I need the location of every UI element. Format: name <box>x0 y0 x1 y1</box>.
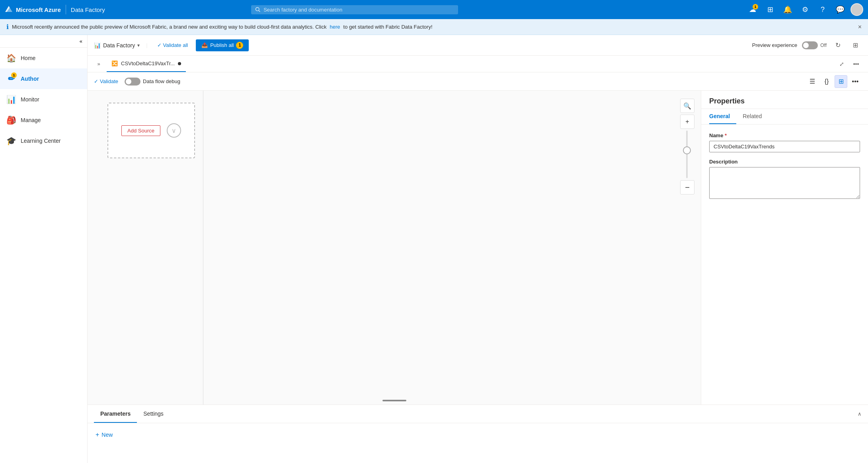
list-view-button[interactable]: ☰ <box>806 75 819 88</box>
flow-container: Add Source ∨ 🔍 + − P <box>88 91 868 405</box>
user-avatar[interactable] <box>850 3 863 16</box>
description-textarea[interactable] <box>709 167 860 199</box>
validate-all-button[interactable]: ✓ Validate all <box>154 41 191 50</box>
preview-toggle[interactable]: Off <box>802 41 827 49</box>
debug-toggle-track[interactable] <box>125 78 140 86</box>
main-toolbar: 📊 Data Factory ▾ | ✓ Validate all 📤 Publ… <box>88 35 868 56</box>
sidebar-item-monitor-label: Monitor <box>21 96 39 103</box>
more-options-button[interactable]: ••• <box>849 75 862 88</box>
sidebar-item-manage[interactable]: 🎒 Manage <box>0 110 87 130</box>
svg-line-3 <box>259 10 260 12</box>
bottom-content: + New <box>88 423 868 463</box>
publish-icon: 📤 <box>201 42 208 48</box>
validate-button[interactable]: ✓ Validate <box>94 78 118 84</box>
publish-all-button[interactable]: 📤 Publish all 1 <box>196 39 249 51</box>
checkmark-icon: ✓ <box>94 78 98 84</box>
help-icon-btn[interactable]: ? <box>815 2 830 17</box>
notification-badge: 1 <box>753 4 758 10</box>
toggle-track[interactable] <box>802 41 818 49</box>
search-input[interactable] <box>263 7 454 13</box>
bottom-panel: Parameters Settings ∧ + New <box>88 405 868 463</box>
sidebar-item-home[interactable]: 🏠 Home <box>0 48 87 68</box>
grid-icon-btn[interactable]: ⊞ <box>763 2 777 17</box>
toolbar-brand-label: Data Factory <box>103 42 135 49</box>
debug-toggle[interactable]: Data flow debug <box>125 78 180 86</box>
brand-logo[interactable]: Microsoft Azure <box>5 6 61 14</box>
flow-canvas[interactable]: Add Source ∨ 🔍 + − <box>88 91 701 405</box>
name-input[interactable] <box>709 141 860 152</box>
sidebar-item-manage-label: Manage <box>21 117 41 123</box>
banner-close-button[interactable]: × <box>858 23 862 31</box>
settings-tab[interactable]: Settings <box>137 405 170 423</box>
search-icon <box>255 7 260 12</box>
cloud-icon-btn[interactable]: ☁ 1 <box>745 2 760 17</box>
info-icon: ℹ <box>6 23 9 31</box>
gear-icon-btn[interactable]: ⚙ <box>798 2 812 17</box>
brand-name: Microsoft Azure <box>16 6 61 13</box>
new-parameter-button[interactable]: + New <box>96 430 113 440</box>
tab-bar: » 🔀 CSVtoDeltaC19VaxTr... ⤢ ••• <box>88 56 868 72</box>
scroll-hint <box>382 400 406 401</box>
sidebar-item-author-label: Author <box>21 76 39 82</box>
tab-actions: ⤢ ••• <box>836 58 862 70</box>
validate-icon: ✓ <box>157 42 162 48</box>
zoom-slider-thumb[interactable] <box>683 146 691 154</box>
expand-tab-button[interactable]: ⤢ <box>836 58 847 70</box>
collapse-icon: « <box>80 38 82 44</box>
bell-icon-btn[interactable]: 🔔 <box>780 2 795 17</box>
sidebar-item-learning-label: Learning Center <box>21 138 60 144</box>
search-bar[interactable] <box>251 5 458 14</box>
plus-icon: + <box>96 431 99 438</box>
add-source-button[interactable]: Add Source <box>121 125 160 136</box>
zoom-slider-track[interactable] <box>686 130 688 178</box>
content-area: 📊 Data Factory ▾ | ✓ Validate all 📤 Publ… <box>88 35 868 463</box>
active-tab[interactable]: 🔀 CSVtoDeltaC19VaxTr... <box>107 56 186 72</box>
publish-label: Publish all <box>210 42 234 48</box>
zoom-out-button[interactable]: − <box>680 180 694 195</box>
canvas-search-button[interactable]: 🔍 <box>680 99 694 113</box>
sidebar-item-learning[interactable]: 🎓 Learning Center <box>0 130 87 151</box>
properties-tabs: General Related <box>701 109 868 125</box>
app-name: Data Factory <box>71 6 105 13</box>
chevron-right-icon: » <box>97 61 100 67</box>
top-navigation: Microsoft Azure Data Factory ☁ 1 ⊞ 🔔 ⚙ ?… <box>0 0 868 19</box>
banner-link[interactable]: here <box>330 24 340 30</box>
tab-more-button[interactable]: ••• <box>850 58 862 70</box>
toolbar-right: Preview experience Off ↻ ⊞ <box>752 39 862 52</box>
code-view-button[interactable]: {} <box>820 75 833 88</box>
name-field-label: Name * <box>709 132 860 138</box>
sidebar-collapse-button[interactable]: « <box>0 35 87 48</box>
toolbar-separator: | <box>146 42 147 48</box>
bottom-panel-collapse-button[interactable]: ∧ <box>858 411 862 417</box>
validate-link-label: Validate <box>100 78 118 84</box>
toggle-thumb <box>803 43 809 48</box>
refresh-button[interactable]: ↻ <box>831 39 844 52</box>
sidebar-item-monitor[interactable]: 📊 Monitor <box>0 89 87 110</box>
svg-point-2 <box>256 8 259 11</box>
feedback-icon-btn[interactable]: 💬 <box>833 2 847 17</box>
canvas-divider <box>203 91 203 405</box>
azure-icon <box>5 6 13 14</box>
bottom-tabs: Parameters Settings ∧ <box>88 405 868 423</box>
tab-general[interactable]: General <box>709 109 736 124</box>
sidebar-item-author[interactable]: ✏ Author 1 <box>0 68 87 89</box>
dataflow-icon: 🔀 <box>111 60 118 66</box>
zoom-in-button[interactable]: + <box>680 115 694 129</box>
debug-toggle-thumb <box>126 79 131 84</box>
validate-label: Validate all <box>163 42 188 48</box>
columns-button[interactable]: ⊞ <box>849 39 862 52</box>
visual-view-button[interactable]: ⊞ <box>835 75 847 88</box>
description-field-label: Description <box>709 159 860 165</box>
chevron-down-icon: ∨ <box>167 123 181 138</box>
expand-panel-button[interactable]: » <box>94 59 103 69</box>
zoom-slider-container[interactable] <box>686 130 688 178</box>
monitor-icon: 📊 <box>6 95 16 104</box>
add-source-box: Add Source ∨ <box>107 103 195 158</box>
publish-badge: 1 <box>236 42 243 49</box>
parameters-tab[interactable]: Parameters <box>94 405 137 423</box>
banner-text-after: to get started with Fabric Data Factory! <box>343 24 433 30</box>
toolbar-brand[interactable]: 📊 Data Factory ▾ <box>94 42 140 49</box>
tab-related[interactable]: Related <box>743 109 768 124</box>
sidebar: « 🏠 Home ✏ Author 1 📊 Monitor 🎒 Manage 🎓… <box>0 35 88 463</box>
author-badge: 1 <box>11 72 17 78</box>
